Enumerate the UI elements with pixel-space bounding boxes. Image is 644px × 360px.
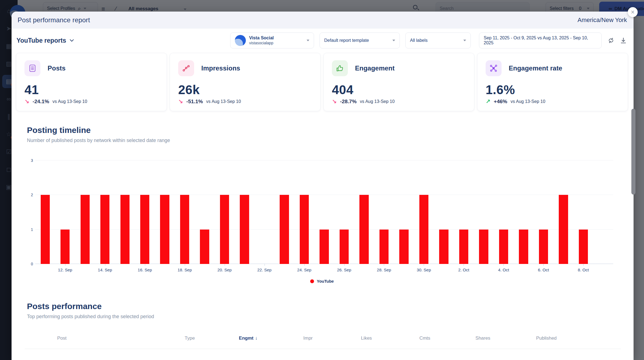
bar-slot: [514, 160, 533, 264]
thumbs-up-icon: [332, 60, 348, 76]
column-header-likes[interactable]: Likes: [337, 336, 396, 341]
bar-7. Oct[interactable]: [559, 195, 568, 264]
column-header-impr[interactable]: Impr: [279, 336, 337, 341]
posting-timeline-subtitle: Number of published posts by network wit…: [27, 138, 634, 143]
y-axis-label: 3: [31, 158, 33, 163]
bar-20. Sep[interactable]: [220, 195, 229, 264]
bar-15. Sep[interactable]: [120, 195, 130, 264]
x-axis-label: 2. Oct: [458, 268, 469, 276]
posts-performance-section-head: Posts performance Top performing posts p…: [27, 302, 634, 320]
bar-23. Sep[interactable]: [280, 195, 289, 264]
bar-18. Sep[interactable]: [180, 195, 189, 264]
column-header-published[interactable]: Published: [512, 336, 581, 341]
stat-card-engagement-rate: Engagement rate 1.6% ↗ +46% vs Aug 13-Se…: [477, 53, 628, 111]
bar-13. Sep[interactable]: [81, 195, 90, 264]
bar-slot: [394, 160, 414, 264]
x-axis-label: 18. Sep: [178, 268, 192, 276]
bar-slot: [175, 160, 194, 264]
column-header-shares[interactable]: Shares: [454, 336, 512, 341]
bar-16. Sep[interactable]: [140, 195, 149, 264]
bar-slot: [334, 160, 354, 264]
x-slot: 16. Sep: [135, 264, 155, 276]
x-slot: 22. Sep: [254, 264, 274, 276]
bar-8. Oct[interactable]: [579, 230, 588, 264]
bar-1. Oct[interactable]: [439, 230, 448, 264]
chart-xaxis: 12. Sep14. Sep16. Sep18. Sep20. Sep22. S…: [35, 264, 613, 276]
bar-slot: [374, 160, 394, 264]
bar-2. Oct[interactable]: [459, 230, 468, 264]
bar-4. Oct[interactable]: [499, 230, 508, 264]
delta-percent: -28.7%: [340, 99, 357, 105]
chevron-down-icon: [70, 39, 74, 42]
bar-12. Sep[interactable]: [60, 230, 70, 264]
x-slot: [195, 264, 214, 276]
bar-6. Oct[interactable]: [539, 230, 548, 264]
stat-card-engagement: Engagement 404 ↘ -28.7% vs Aug 13-Sep 10: [323, 53, 474, 111]
x-axis-label: 12. Sep: [58, 268, 72, 276]
x-slot: [35, 264, 55, 276]
x-slot: [514, 264, 533, 276]
bar-slot: [294, 160, 314, 264]
stat-card-impressions: Impressions 26k ↘ -51.1% vs Aug 13-Sep 1…: [170, 53, 321, 111]
x-slot: 2. Oct: [454, 264, 474, 276]
bar-slot: [95, 160, 115, 264]
bar-28. Sep[interactable]: [379, 230, 389, 264]
x-slot: 24. Sep: [294, 264, 314, 276]
x-slot: [75, 264, 95, 276]
bar-slot: [214, 160, 234, 264]
trend-down-icon: ↘: [178, 98, 183, 105]
refresh-icon[interactable]: [608, 37, 614, 44]
x-axis-label: 16. Sep: [138, 268, 152, 276]
column-header-type[interactable]: Type: [162, 336, 217, 341]
y-axis-label: 1: [31, 227, 33, 232]
bar-21. Sep[interactable]: [240, 195, 249, 264]
bar-27. Sep[interactable]: [359, 195, 368, 264]
date-range-picker[interactable]: Sep 11, 2025 - Oct 9, 2025 vs Aug 13, 20…: [479, 32, 602, 48]
x-slot: [314, 264, 334, 276]
bar-25. Sep[interactable]: [320, 230, 329, 264]
column-header-post[interactable]: Post: [25, 336, 162, 341]
bar-14. Sep[interactable]: [100, 195, 109, 264]
x-slot: [354, 264, 374, 276]
bar-slot: [434, 160, 454, 264]
x-slot: [474, 264, 494, 276]
labels-select[interactable]: All labels: [405, 32, 471, 48]
chevron-down-icon: [392, 40, 395, 41]
delta-compare: vs Aug 13-Sep 10: [206, 99, 241, 104]
network-icon: [486, 60, 502, 76]
profile-select[interactable]: Vista Social vistasocialapp: [230, 32, 314, 48]
x-slot: 28. Sep: [374, 264, 394, 276]
y-axis-label: 0: [31, 262, 33, 266]
bar-slot: [195, 160, 214, 264]
stat-label: Engagement: [355, 64, 395, 72]
x-slot: 26. Sep: [334, 264, 354, 276]
report-template-select[interactable]: Default report template: [320, 32, 400, 48]
chart-legend[interactable]: YouTube: [51, 279, 593, 283]
bar-30. Sep[interactable]: [419, 195, 428, 264]
column-header-engmt[interactable]: Engmt↓: [217, 336, 279, 341]
x-slot: 18. Sep: [175, 264, 194, 276]
bar-19. Sep[interactable]: [200, 230, 209, 264]
bar-11. Sep[interactable]: [41, 195, 50, 264]
bar-29. Sep[interactable]: [399, 230, 408, 264]
column-header-cmts[interactable]: Cmts: [396, 336, 454, 341]
bar-slot: [135, 160, 155, 264]
profile-handle: vistasocialapp: [249, 41, 274, 46]
bar-slot: [573, 160, 593, 264]
bar-24. Sep[interactable]: [300, 195, 309, 264]
scrollbar-thumb[interactable]: [631, 109, 635, 195]
bar-17. Sep[interactable]: [160, 195, 169, 264]
bar-slot: [474, 160, 494, 264]
bar-slot: [593, 160, 613, 264]
x-slot: 14. Sep: [95, 264, 115, 276]
bar-5. Oct[interactable]: [519, 230, 528, 264]
report-type-dropdown[interactable]: YouTube reports: [16, 37, 74, 44]
bar-26. Sep[interactable]: [340, 230, 349, 264]
screen: Select Profiles ⌕ ≡ ⁄ All messages Searc…: [0, 0, 644, 360]
bar-slot: [414, 160, 434, 264]
x-axis-label: 24. Sep: [297, 268, 312, 276]
download-icon[interactable]: [620, 37, 626, 44]
close-icon[interactable]: ×: [628, 7, 638, 17]
stat-value: 41: [24, 82, 158, 97]
bar-3. Oct[interactable]: [479, 230, 488, 264]
